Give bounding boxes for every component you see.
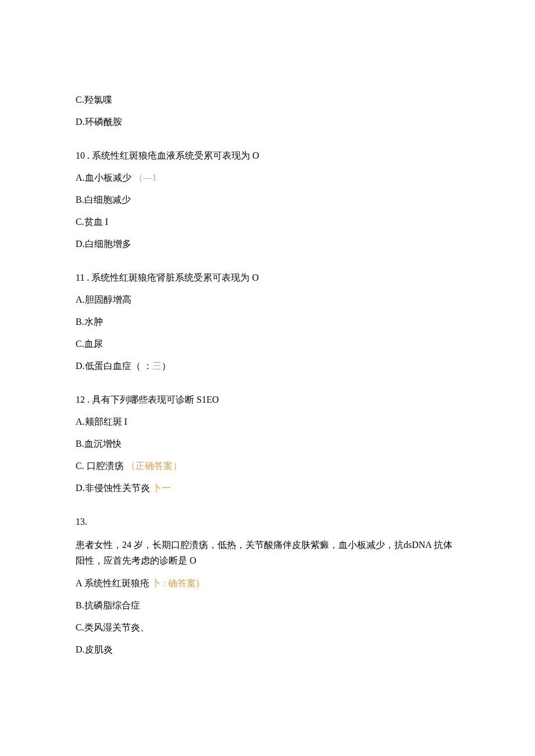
- option-text: D.非侵蚀性关节炎: [76, 483, 150, 493]
- option-annotation: 卜一: [150, 483, 171, 493]
- question-11-title: 11 . 系统性红斑狼疮肾脏系统受累可表现为 O: [76, 271, 459, 285]
- option-text: D.低蛋白血症（ ：: [76, 361, 152, 371]
- option-annotation: （正确答案）: [126, 461, 182, 471]
- question-13-stem: 患者女性，24 岁，长期口腔溃疡，低热，关节酸痛伴皮肤紫癜，血小板减少，抗dsD…: [76, 537, 459, 568]
- question-13-option-c: C.类风湿关节炎、: [76, 621, 459, 635]
- option-text: A 系统性红斑狼疮: [76, 578, 149, 588]
- question-10-option-d: D.白细胞增多: [76, 237, 459, 251]
- option-text: A.血小板减少: [76, 173, 131, 182]
- option-close: ）: [162, 361, 171, 371]
- question-11-option-b: B.水肿: [76, 315, 459, 329]
- question-11-option-d: D.低蛋白血症（ ：三）: [76, 359, 459, 373]
- question-13-option-b: B.抗磷脂综合症: [76, 599, 459, 612]
- option-c: C.羟氯喋: [76, 93, 459, 107]
- question-13-option-a: A 系统性红斑狼疮 卜 : 确答案): [76, 576, 459, 590]
- question-12-option-d: D.非侵蚀性关节炎 卜一: [76, 481, 459, 495]
- question-12-option-b: B.血沉增快: [76, 437, 459, 451]
- question-11-option-a: A.胆固醇增高: [76, 293, 459, 307]
- question-10-option-b: B.白细胞减少: [76, 193, 459, 207]
- question-11-option-c: C.血尿: [76, 337, 459, 351]
- question-10-option-c: C.贫血 I: [76, 215, 459, 229]
- option-annotation: 卜 : 确答案): [149, 578, 199, 588]
- option-annotation: （—1: [134, 173, 157, 182]
- question-12-option-a: A.颊部红斑 I: [76, 415, 459, 429]
- question-13-title: 13.: [76, 515, 459, 529]
- document-page: C.羟氯喋 D.环磷酰胺 10 . 系统性红斑狼疮血液系统受累可表现为 O A.…: [0, 0, 535, 756]
- option-text: C. 口腔溃疡: [76, 461, 124, 471]
- question-10-title: 10 . 系统性红斑狼疮血液系统受累可表现为 O: [76, 149, 459, 163]
- question-13-option-d: D.皮肌炎: [76, 643, 459, 657]
- question-12-option-c: C. 口腔溃疡 （正确答案）: [76, 459, 459, 473]
- question-10-option-a: A.血小板减少 （—1: [76, 171, 459, 185]
- option-annotation: 三: [152, 361, 162, 371]
- option-d: D.环磷酰胺: [76, 115, 459, 129]
- question-12-title: 12 . 具有下列哪些表现可诊断 S1EO: [76, 393, 459, 407]
